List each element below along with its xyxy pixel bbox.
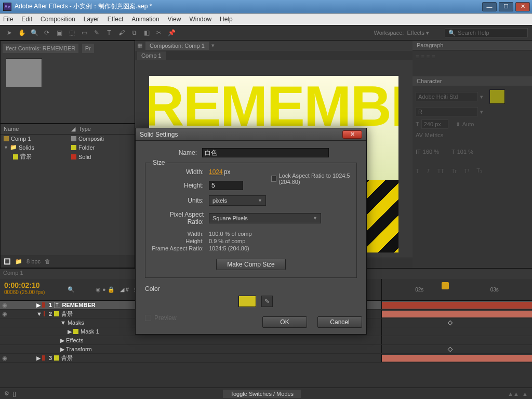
dialog-title: Solid Settings	[140, 131, 178, 138]
ok-button[interactable]: OK	[262, 316, 307, 328]
dialog-close-button[interactable]: ✕	[342, 130, 362, 139]
width-value[interactable]: 1024	[209, 168, 223, 176]
height-input[interactable]	[209, 181, 243, 190]
make-comp-size-button[interactable]: Make Comp Size	[216, 259, 285, 270]
preview-checkbox[interactable]	[145, 315, 151, 321]
size-group: Size Width: 1024 px Height: Lock Aspect …	[145, 163, 357, 278]
lock-aspect-checkbox[interactable]	[271, 176, 276, 182]
name-input[interactable]	[202, 148, 329, 157]
units-dropdown[interactable]: pixels▼	[209, 195, 266, 206]
cancel-button[interactable]: Cancel	[317, 316, 362, 328]
solid-color-swatch[interactable]	[238, 296, 256, 307]
preview-label: Preview	[154, 314, 177, 322]
solid-settings-dialog: Solid Settings ✕ Name: Size Width: 1024 …	[135, 128, 367, 335]
name-label: Name:	[145, 149, 202, 156]
lock-aspect-label: Lock Aspect Ratio to 1024:5 (204.80)	[279, 172, 350, 185]
color-legend: Color	[145, 285, 357, 292]
pixel-aspect-dropdown[interactable]: Square Pixels▼	[209, 213, 321, 223]
modal-overlay: Solid Settings ✕ Name: Size Width: 1024 …	[0, 0, 532, 399]
eyedropper-icon[interactable]: ✎	[261, 296, 273, 307]
